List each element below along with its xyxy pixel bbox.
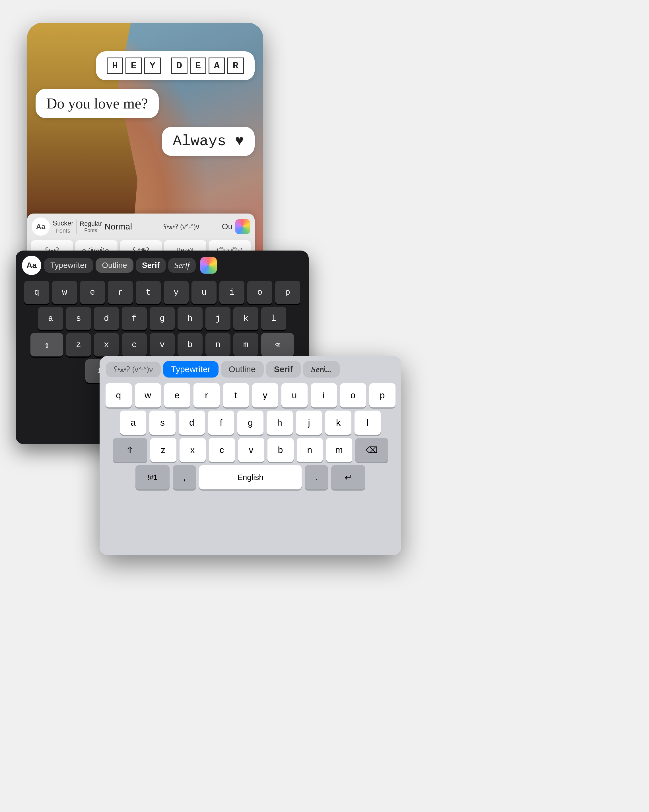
key-return-light[interactable]: ↵ [331, 465, 365, 489]
emoji-aa-icon[interactable]: Aa [32, 218, 50, 236]
key-q-dark[interactable]: q [24, 281, 49, 304]
letter-Y: Y [144, 58, 161, 74]
letter-A: A [209, 58, 225, 74]
key-l-dark[interactable]: l [261, 307, 286, 330]
key-r-dark[interactable]: r [108, 281, 133, 304]
key-o-dark[interactable]: o [247, 281, 272, 304]
letter-D: D [171, 58, 187, 74]
key-f-dark[interactable]: f [122, 307, 147, 330]
ou-text[interactable]: Ou [222, 222, 232, 231]
key-s-light[interactable]: s [149, 411, 175, 435]
key-f-light[interactable]: f [208, 411, 234, 435]
key-n-dark[interactable]: n [206, 333, 230, 356]
key-b-light[interactable]: b [267, 438, 294, 462]
key-period-light[interactable]: . [305, 465, 328, 489]
key-english-light[interactable]: English [199, 465, 302, 489]
bubble-hey-dear: H E Y D E A R [96, 51, 254, 80]
regular-fonts-option[interactable]: RegularFonts [80, 220, 102, 234]
font-serif-light[interactable]: Serif [266, 361, 301, 377]
key-s-dark[interactable]: s [66, 307, 91, 330]
chat-bubbles: H E Y D E A R Do you love me? Always ♥ [35, 51, 254, 156]
bubble-love: Do you love me? [35, 89, 159, 118]
font-typewriter-dark[interactable]: Typewriter [44, 258, 93, 273]
divider [76, 220, 77, 234]
key-backspace-light[interactable]: ⌫ [355, 438, 388, 462]
key-p-dark[interactable]: p [275, 281, 300, 304]
letter-E2: E [190, 58, 206, 74]
key-t-light[interactable]: t [223, 383, 249, 408]
key-shift-light[interactable]: ⇧ [113, 438, 147, 462]
key-d-light[interactable]: d [179, 411, 205, 435]
emoji-top-row: Aa StickerFonts RegularFonts Normal ʕ•ﻌ•… [27, 214, 254, 238]
key-y-dark[interactable]: y [164, 281, 189, 304]
key-z-light[interactable]: z [150, 438, 177, 462]
key-u-dark[interactable]: u [192, 281, 216, 304]
key-i-dark[interactable]: i [219, 281, 244, 304]
emoji-aa-label: Aa [36, 222, 45, 231]
key-k-light[interactable]: k [325, 411, 351, 435]
letter-H: H [107, 58, 123, 74]
key-w-dark[interactable]: w [52, 281, 77, 304]
key-w-light[interactable]: w [135, 383, 161, 408]
key-i-light[interactable]: i [311, 383, 337, 408]
key-x-light[interactable]: x [180, 438, 206, 462]
sticker-fonts-label[interactable]: StickerFonts [53, 219, 73, 234]
bubble-always-text: Always ♥ [173, 133, 244, 150]
key-k-dark[interactable]: k [233, 307, 258, 330]
key-c-dark[interactable]: c [122, 333, 147, 356]
key-m-light[interactable]: m [326, 438, 352, 462]
key-c-light[interactable]: c [209, 438, 235, 462]
key-v-dark[interactable]: v [150, 333, 175, 356]
key-o-light[interactable]: o [340, 383, 366, 408]
key-n-light[interactable]: n [297, 438, 323, 462]
font-serif-italic-light[interactable]: Seri... [303, 361, 340, 377]
key-u-light[interactable]: u [281, 383, 308, 408]
key-l-light[interactable]: l [355, 411, 381, 435]
rainbow-icon[interactable] [235, 219, 250, 234]
font-serif-dark[interactable]: Serif [136, 258, 166, 273]
key-num-light[interactable]: !#1 [136, 465, 169, 489]
key-comma-light[interactable]: , [173, 465, 196, 489]
font-rainbow-dark[interactable] [200, 257, 217, 273]
key-backspace-dark[interactable]: ⌫ [261, 333, 294, 356]
key-a-dark[interactable]: a [38, 307, 63, 330]
key-h-light[interactable]: h [267, 411, 293, 435]
key-m-dark[interactable]: m [233, 333, 258, 356]
letter-E: E [125, 58, 142, 74]
key-shift-dark[interactable]: ⇧ [30, 333, 63, 356]
font-serif-italic-dark[interactable]: Serif [168, 258, 196, 273]
font-aa-dark[interactable]: Aa [22, 256, 41, 275]
key-r-light[interactable]: r [193, 383, 219, 408]
key-a-light[interactable]: a [120, 411, 146, 435]
bubble-love-text: Do you love me? [46, 95, 148, 111]
font-typewriter-light[interactable]: Typewriter [163, 361, 218, 377]
key-h-dark[interactable]: h [178, 307, 203, 330]
key-row-light-1: q w e r t y u i o p [104, 383, 397, 408]
faces-text[interactable]: ʕ•ﻌ•ʔ (ν°-°)ν [163, 223, 219, 230]
backspace-icon: ⌫ [366, 445, 378, 455]
key-v-light[interactable]: v [238, 438, 264, 462]
key-j-light[interactable]: j [296, 411, 322, 435]
key-g-dark[interactable]: g [150, 307, 175, 330]
font-outline-dark[interactable]: Outline [96, 258, 133, 273]
keyboard-light: ʕ•ﻌ•ʔ (ν°-°)ν Typewriter Outline Serif S… [100, 356, 401, 555]
normal-font-label[interactable]: Normal [104, 222, 160, 232]
key-q-light[interactable]: q [105, 383, 132, 408]
key-x-dark[interactable]: x [94, 333, 119, 356]
key-g-light[interactable]: g [237, 411, 264, 435]
key-row-light-4: !#1 , English . ↵ [104, 465, 397, 489]
key-t-dark[interactable]: t [136, 281, 161, 304]
key-y-light[interactable]: y [252, 383, 278, 408]
font-outline-light[interactable]: Outline [221, 361, 264, 377]
key-row-dark-2: a s d f g h j k l [20, 307, 304, 330]
key-z-dark[interactable]: z [66, 333, 91, 356]
font-row-light: ʕ•ﻌ•ʔ (ν°-°)ν Typewriter Outline Serif S… [100, 356, 401, 381]
font-faces-light[interactable]: ʕ•ﻌ•ʔ (ν°-°)ν [106, 362, 161, 377]
key-e-light[interactable]: e [164, 383, 190, 408]
key-e-dark[interactable]: e [80, 281, 105, 304]
key-b-dark[interactable]: b [178, 333, 203, 356]
key-j-dark[interactable]: j [206, 307, 230, 330]
key-p-light[interactable]: p [369, 383, 396, 408]
key-d-dark[interactable]: d [94, 307, 119, 330]
key-row-light-2: a s d f g h j k l [104, 411, 397, 435]
